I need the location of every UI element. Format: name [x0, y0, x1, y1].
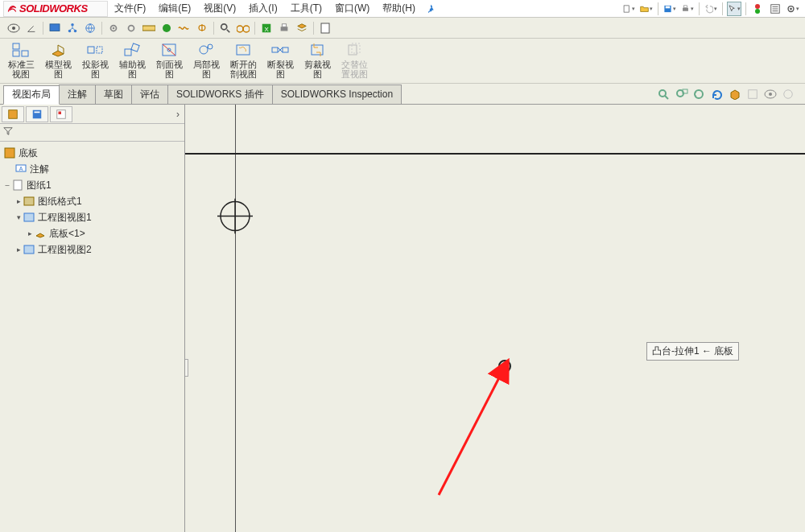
gear-icon[interactable] — [106, 21, 121, 35]
tab-annotation[interactable]: 注解 — [59, 85, 96, 104]
phi-icon[interactable]: Φ — [195, 21, 209, 35]
ribbon-label-l1: 断裂视 — [267, 60, 294, 69]
layers-icon[interactable] — [295, 21, 309, 35]
tree-label: 图纸1 — [27, 179, 52, 192]
sheet-top-border — [185, 153, 805, 155]
pin-icon[interactable] — [423, 2, 438, 16]
tab-evaluate[interactable]: 评估 — [131, 85, 168, 104]
wave-icon[interactable] — [177, 21, 192, 35]
ribbon-standard-3view[interactable]: 标准三 视图 — [5, 40, 37, 79]
zoom-area-icon[interactable] — [675, 87, 689, 101]
hierarchy-icon[interactable] — [65, 21, 80, 35]
menu-tools[interactable]: 工具(T) — [284, 0, 328, 18]
tree-annotations[interactable]: A 注解 — [0, 161, 184, 177]
print2-icon[interactable] — [277, 21, 291, 35]
save-icon[interactable] — [663, 2, 677, 16]
select-cursor-icon[interactable] — [727, 2, 741, 16]
part-icon — [34, 228, 47, 239]
menu-file[interactable]: 文件(F) — [108, 0, 152, 18]
tab-sw-inspection[interactable]: SOLIDWORKS Inspection — [272, 85, 402, 104]
print-icon[interactable] — [680, 2, 695, 16]
ribbon-label-l1: 局部视 — [193, 60, 220, 69]
svg-rect-0 — [624, 5, 629, 11]
tree-root[interactable]: 底板 — [0, 145, 184, 161]
tree-collapse-icon[interactable]: – — [3, 181, 11, 189]
gear2-icon[interactable] — [124, 21, 138, 35]
ribbon-break-view[interactable]: 断裂视 图 — [264, 40, 296, 79]
panel-splitter-handle[interactable] — [185, 359, 188, 377]
display-style-icon[interactable] — [745, 87, 760, 101]
menu-help[interactable]: 帮助(H) — [376, 0, 422, 18]
menu-window[interactable]: 窗口(W) — [328, 0, 376, 18]
tree-part-instance[interactable]: ▸ 底板<1> — [0, 225, 184, 241]
ribbon-model-view[interactable]: 模型视 图 — [42, 40, 74, 79]
panel-tab-feature-tree[interactable] — [2, 106, 24, 122]
ribbon-label-l1: 辅助视 — [119, 60, 146, 69]
menu-edit[interactable]: 编辑(E) — [152, 0, 197, 18]
binocular-icon[interactable] — [236, 21, 250, 35]
ribbon-crop-view[interactable]: 剪裁视 图 — [301, 40, 333, 79]
ribbon-label-l2: 图 — [91, 69, 100, 79]
ribbon-projected-view[interactable]: 投影视 图 — [79, 40, 111, 79]
panel-tab-property-manager[interactable] — [26, 106, 48, 122]
ribbon-label-l1: 断开的 — [230, 60, 257, 69]
svg-rect-49 — [312, 45, 323, 55]
display-icon[interactable] — [47, 21, 62, 35]
options-form-icon[interactable] — [768, 2, 782, 16]
ruler-icon[interactable] — [142, 21, 156, 35]
ribbon-auxiliary-view[interactable]: 辅助视 图 — [116, 40, 148, 79]
tree-sheet[interactable]: – 图纸1 — [0, 177, 184, 193]
tab-view-layout[interactable]: 视图布局 — [3, 85, 60, 105]
menu-insert[interactable]: 插入(I) — [242, 0, 283, 18]
scene-icon[interactable] — [781, 87, 795, 101]
tree-expand-icon[interactable]: ▸ — [14, 245, 23, 254]
panel-tab-configuration[interactable] — [50, 106, 72, 122]
globe-icon[interactable] — [83, 21, 97, 35]
svg-rect-57 — [749, 89, 758, 98]
ribbon-broken-out-section[interactable]: 断开的 剖视图 — [227, 40, 259, 79]
rebuild-icon[interactable] — [750, 2, 765, 16]
svg-point-14 — [12, 27, 15, 30]
angle-icon[interactable] — [24, 21, 39, 35]
excel-icon[interactable]: X — [259, 21, 274, 35]
ds-logo-icon — [6, 3, 18, 14]
filter-icon[interactable] — [3, 126, 13, 138]
ribbon-section-view[interactable]: 剖面视 图 — [153, 40, 185, 79]
tree-sheet-format[interactable]: ▸ 图纸格式1 — [0, 193, 184, 209]
svg-point-28 — [243, 26, 250, 32]
settings-gear-icon[interactable] — [786, 2, 800, 16]
svg-rect-31 — [281, 27, 288, 31]
projected-view-icon — [86, 42, 104, 58]
tab-sw-addins[interactable]: SOLIDWORKS 插件 — [167, 85, 273, 104]
previous-zoom-icon[interactable] — [692, 87, 707, 101]
menu-view[interactable]: 视图(V) — [197, 0, 242, 18]
hide-show-eye-icon[interactable] — [763, 87, 778, 101]
undo-icon[interactable] — [704, 2, 718, 16]
search-icon[interactable] — [218, 21, 233, 35]
tree-label: 工程图视图2 — [38, 243, 92, 257]
new-file-icon[interactable] — [621, 2, 636, 16]
tree-expand-icon[interactable]: ▸ — [14, 197, 23, 205]
svg-rect-65 — [59, 111, 62, 114]
svg-rect-40 — [131, 43, 139, 52]
tree-drawing-view2[interactable]: ▸ 工程图视图2 — [0, 241, 184, 258]
target-green-icon[interactable] — [159, 21, 174, 35]
eye-icon[interactable] — [6, 21, 21, 35]
drawing-canvas[interactable]: 凸台-拉伸1 ← 底板 — [185, 105, 805, 532]
svg-rect-23 — [142, 26, 155, 31]
panel-collapse-arrow-icon[interactable]: › — [176, 109, 180, 120]
tree-collapse-icon[interactable]: ▾ — [14, 213, 23, 221]
drawing-origin-icon — [217, 199, 253, 237]
tree-expand-icon[interactable]: ▸ — [26, 229, 34, 237]
doc2-icon[interactable] — [318, 21, 332, 35]
tab-sketch[interactable]: 草图 — [95, 85, 132, 104]
heads-up-view-toolbar — [655, 87, 802, 101]
open-file-icon[interactable] — [639, 2, 654, 16]
svg-text:X: X — [264, 25, 269, 32]
ribbon-detail-view[interactable]: 局部视 图 — [190, 40, 222, 79]
rotate-view-icon[interactable] — [710, 87, 724, 101]
tree-drawing-view1[interactable]: ▾ 工程图视图1 — [0, 209, 184, 225]
svg-rect-50 — [349, 45, 357, 55]
view-cube-icon[interactable] — [728, 87, 742, 101]
zoom-fit-icon[interactable] — [657, 87, 671, 101]
